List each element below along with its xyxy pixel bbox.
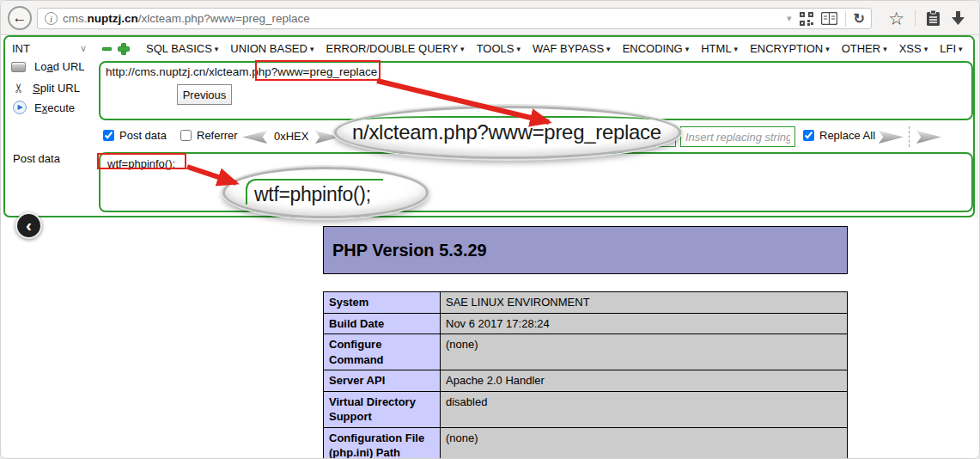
site-info-icon[interactable]: i bbox=[45, 12, 58, 25]
urlbar-separator bbox=[845, 11, 846, 27]
chevron-down-icon: ▾ bbox=[685, 45, 690, 53]
red-arrow-annotation-url bbox=[372, 75, 578, 137]
phpinfo-table: System SAE LINUX ENVIRONMENT Build Date … bbox=[323, 291, 848, 459]
reader-mode-icon[interactable] bbox=[821, 12, 837, 25]
chevron-down-icon: ▾ bbox=[460, 45, 465, 53]
row-value: Nov 6 2017 17:28:24 bbox=[441, 313, 848, 334]
menu-item-html[interactable]: HTML▾ bbox=[701, 42, 738, 55]
menu-item-tools[interactable]: TOOLS▾ bbox=[477, 42, 520, 55]
table-row: Configure Command (none) bbox=[324, 334, 848, 370]
browser-window: ← i cms.nuptzj.cn/xlcteam.php?www=preg_r… bbox=[0, 0, 980, 459]
table-row: Virtual Directory Support disabled bbox=[324, 391, 848, 427]
menu-item-error-double-query[interactable]: ERROR/DOUBLE QUERY▾ bbox=[326, 42, 464, 55]
referrer-checkbox-input[interactable] bbox=[180, 130, 192, 141]
post-data-checkbox-input[interactable] bbox=[103, 130, 114, 141]
url-highlight-red-box bbox=[255, 60, 380, 81]
scissors-icon: ✂ bbox=[11, 81, 27, 95]
chevron-down-icon: ▾ bbox=[959, 45, 963, 53]
menu-item-xss[interactable]: XSS▾ bbox=[899, 42, 928, 55]
load-url-icon bbox=[11, 62, 26, 72]
menu-item-encoding[interactable]: ENCODING▾ bbox=[623, 42, 690, 55]
autocomplete-dropdown-icon[interactable]: ▾ bbox=[787, 13, 792, 24]
row-label: Build Date bbox=[324, 313, 441, 334]
clipboard-icon[interactable] bbox=[926, 10, 940, 27]
address-bar[interactable]: i cms.nuptzj.cn/xlcteam.php?www=preg_rep… bbox=[37, 8, 872, 29]
table-row: Server API Apache 2.0 Handler bbox=[324, 370, 848, 392]
split-url-label: Split URL bbox=[33, 82, 80, 95]
menu-item-waf-bypass[interactable]: WAF BYPASS▾ bbox=[533, 42, 611, 55]
replace-to-input[interactable] bbox=[680, 126, 795, 147]
chevron-down-icon: ▾ bbox=[516, 45, 520, 53]
menu-item-union-based[interactable]: UNION BASED▾ bbox=[230, 42, 313, 55]
dashed-separator bbox=[909, 126, 910, 147]
toolbar-separator bbox=[915, 10, 916, 26]
load-url-button[interactable]: Load URL bbox=[11, 60, 85, 73]
execute-label: Execute bbox=[34, 101, 75, 114]
minus-icon[interactable] bbox=[102, 47, 112, 51]
hex-label: 0xHEX bbox=[274, 130, 308, 143]
play-icon: ▶ bbox=[13, 101, 27, 114]
row-value: (none) bbox=[441, 427, 848, 459]
sidebar-collapse-button[interactable]: ‹ bbox=[15, 212, 42, 239]
bookmark-star-icon[interactable]: ☆ bbox=[888, 9, 904, 28]
toolbar-right-icons: ☆ bbox=[888, 1, 980, 35]
chevron-down-icon: ▾ bbox=[924, 45, 928, 53]
red-arrow-annotation-post bbox=[183, 161, 269, 200]
row-value: SAE LINUX ENVIRONMENT bbox=[441, 292, 848, 314]
chevron-down-icon: ▾ bbox=[215, 45, 219, 53]
menu-item-sql-basics[interactable]: SQL BASICS▾ bbox=[146, 42, 218, 55]
chevron-down-icon: ▾ bbox=[734, 45, 739, 53]
row-label: System bbox=[324, 292, 441, 314]
chevron-down-icon: ▾ bbox=[606, 45, 611, 53]
chevron-left-icon: ‹ bbox=[26, 216, 32, 234]
split-url-button[interactable]: ✂ Split URL bbox=[11, 80, 80, 95]
row-value: Apache 2.0 Handler bbox=[441, 370, 848, 392]
row-label: Configure Command bbox=[324, 334, 441, 370]
table-row: System SAE LINUX ENVIRONMENT bbox=[324, 292, 848, 314]
menu-item-encryption[interactable]: ENCRYPTION▾ bbox=[750, 42, 830, 55]
table-row: Build Date Nov 6 2017 17:28:24 bbox=[324, 313, 848, 334]
replace-all-checkbox-input[interactable] bbox=[803, 130, 814, 141]
panel-right-gutter bbox=[975, 35, 980, 218]
row-value: (none) bbox=[441, 334, 848, 370]
qr-code-icon[interactable] bbox=[800, 12, 813, 26]
previous-button[interactable]: Previous bbox=[177, 84, 232, 105]
menu-item-lfi[interactable]: LFI▾ bbox=[940, 42, 962, 55]
replace-all-checkbox[interactable]: Replace All bbox=[803, 129, 875, 142]
charset-select-value: INT bbox=[12, 42, 30, 55]
urlbar-icon-group: ▾ ↻ bbox=[787, 11, 871, 27]
chevron-down-icon: ▾ bbox=[310, 45, 314, 53]
back-button[interactable]: ← bbox=[8, 6, 32, 30]
post-data-sidebar-label: Post data bbox=[13, 152, 60, 165]
row-label: Configuration File (php.ini) Path bbox=[324, 427, 441, 459]
plus-icon[interactable] bbox=[119, 44, 129, 54]
charset-select[interactable]: INT ∨ bbox=[8, 40, 91, 57]
back-arrow-icon: ← bbox=[13, 9, 27, 27]
table-row: Configuration File (php.ini) Path (none) bbox=[324, 427, 848, 459]
chevron-down-icon: ▾ bbox=[883, 45, 887, 53]
row-label: Server API bbox=[324, 370, 441, 392]
row-value: disabled bbox=[441, 391, 848, 427]
reload-icon[interactable]: ↻ bbox=[854, 12, 865, 26]
php-version-header: PHP Version 5.3.29 bbox=[323, 226, 848, 274]
chevron-down-icon: ▾ bbox=[825, 45, 830, 53]
post-data-checkbox[interactable]: Post data bbox=[103, 129, 167, 142]
url-text: cms.nuptzj.cn/xlcteam.php?www=preg_repla… bbox=[63, 12, 787, 25]
hackbar-menu: INT ∨ SQL BASICS▾ UNION BASED▾ ERROR/DOU… bbox=[8, 40, 963, 58]
post-highlight-red-box bbox=[97, 153, 186, 169]
execute-button[interactable]: ▶ Execute bbox=[13, 101, 75, 114]
browser-toolbar: ← i cms.nuptzj.cn/xlcteam.php?www=preg_r… bbox=[1, 1, 980, 35]
download-icon[interactable] bbox=[951, 11, 965, 26]
menu-item-other[interactable]: OTHER▾ bbox=[842, 42, 887, 55]
load-url-label: Load URL bbox=[34, 60, 85, 73]
row-label: Virtual Directory Support bbox=[324, 391, 441, 427]
referrer-checkbox[interactable]: Referrer bbox=[180, 129, 238, 142]
chevron-down-icon: ∨ bbox=[80, 43, 87, 54]
